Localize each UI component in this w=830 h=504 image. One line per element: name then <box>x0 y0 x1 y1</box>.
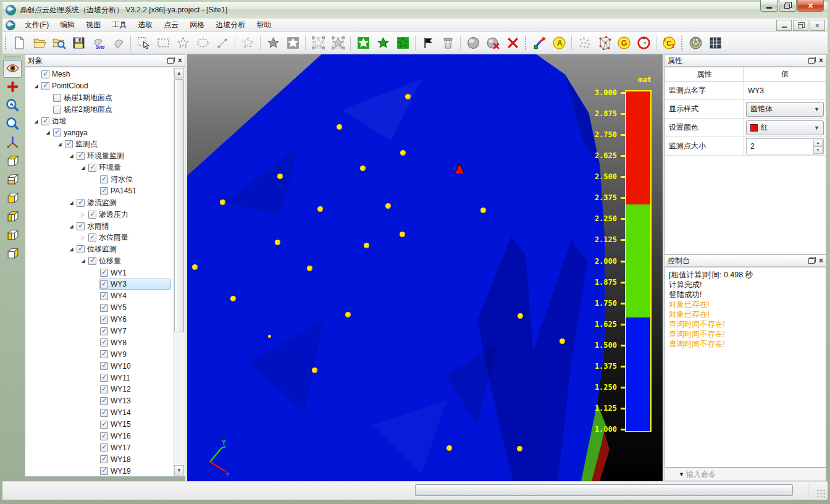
monitoring-point[interactable] <box>385 203 391 209</box>
checkbox[interactable] <box>100 467 108 475</box>
box-star-handles-2-button[interactable] <box>329 34 347 52</box>
tree-item-河水位[interactable]: 河水位 <box>25 174 173 185</box>
trash-button[interactable] <box>438 34 457 52</box>
circle-c2-button[interactable]: 1C2 <box>660 34 678 52</box>
tree-item-渗透压力[interactable]: ▷渗透压力 <box>25 209 173 220</box>
monitoring-point[interactable] <box>220 200 225 205</box>
selected-point-cone-marker[interactable] <box>453 161 466 176</box>
checkbox[interactable] <box>53 128 61 136</box>
checkbox[interactable] <box>41 117 49 125</box>
menu-mesh[interactable]: 网格 <box>184 18 210 32</box>
monitoring-point[interactable] <box>345 312 351 317</box>
cube-right-button[interactable] <box>3 245 22 263</box>
path-tool-button[interactable] <box>530 34 548 52</box>
tree-item-WY17[interactable]: WY17 <box>25 442 173 454</box>
point-name-value[interactable]: WY3 <box>746 86 764 95</box>
scroll-down-button[interactable]: ▼ <box>174 465 184 476</box>
monitoring-point[interactable] <box>518 313 523 319</box>
close-panel-icon[interactable]: × <box>178 57 182 64</box>
collapse-icon[interactable]: ◢ <box>55 141 64 147</box>
menu-file[interactable]: 文件(F) <box>19 18 54 32</box>
color-dropdown[interactable]: 红 ▼ <box>746 120 824 135</box>
mdi-restore-button[interactable] <box>793 20 808 31</box>
cube-bottom-button[interactable] <box>3 171 22 189</box>
tree-item-位移监测[interactable]: ◢位移监测 <box>25 243 173 255</box>
rect-select-button[interactable] <box>154 34 172 52</box>
title-bar[interactable]: 鼎创点云处理系统（边坡分析） V3.2.2 [x86]-ya.project -… <box>2 2 828 19</box>
collapse-icon[interactable]: ◢ <box>67 224 76 229</box>
checkbox[interactable] <box>100 175 108 183</box>
monitoring-point[interactable] <box>360 166 366 171</box>
save-button[interactable] <box>69 34 88 52</box>
resize-grip[interactable] <box>816 489 825 498</box>
monitoring-point[interactable] <box>364 243 369 248</box>
command-input-bar[interactable]: ▼ 输入命令 <box>664 468 826 481</box>
toolbar-grip[interactable] <box>524 35 527 51</box>
polygon-select-button[interactable] <box>174 34 192 52</box>
checkbox[interactable] <box>100 385 108 393</box>
tree-item-位移量[interactable]: ◢位移量 <box>25 255 173 267</box>
menu-slope-analysis[interactable]: 边坡分析 <box>210 18 251 32</box>
checkbox[interactable] <box>77 222 85 230</box>
zoom-button[interactable] <box>3 116 22 133</box>
cube-topleft-button[interactable] <box>3 208 22 226</box>
line-select-button[interactable] <box>213 34 232 52</box>
mesh-points-button[interactable] <box>595 34 613 52</box>
monitoring-point[interactable] <box>400 150 406 156</box>
monitoring-point[interactable] <box>446 445 452 451</box>
tree-item-WY9[interactable]: WY9 <box>25 348 173 360</box>
tree-item-yangya[interactable]: ◢yangya <box>25 127 173 138</box>
collapse-icon[interactable]: ◢ <box>67 153 76 159</box>
monitoring-point[interactable] <box>268 335 271 338</box>
expand-icon[interactable]: ▷ <box>78 235 88 240</box>
tree-item-WY16[interactable]: WY16 <box>25 430 173 442</box>
toolbar-grip[interactable] <box>4 35 7 51</box>
monitoring-point[interactable] <box>192 264 198 270</box>
geosphere-button[interactable] <box>686 34 705 52</box>
tree-item-环境量[interactable]: ◢环境量 <box>25 162 173 174</box>
float-panel-icon[interactable] <box>808 58 815 64</box>
menu-help[interactable]: 帮助 <box>251 18 277 32</box>
tree-item-杨崖1期地面点[interactable]: 杨崖1期地面点 <box>25 92 173 104</box>
circle-ring-red-button[interactable] <box>634 34 653 52</box>
monitoring-point[interactable] <box>405 94 411 99</box>
checkbox[interactable] <box>53 106 61 114</box>
checkbox[interactable] <box>100 338 108 346</box>
menu-select[interactable]: 选取 <box>132 18 158 32</box>
tree-item-WY15[interactable]: WY15 <box>25 419 173 430</box>
tree-item-WY18[interactable]: WY18 <box>25 453 173 465</box>
axis-3d-button[interactable] <box>3 134 22 152</box>
close-panel-icon[interactable]: × <box>819 258 823 264</box>
checkbox[interactable] <box>100 269 108 277</box>
delete-x-button[interactable] <box>503 34 522 52</box>
viewport-3d[interactable]: Y + mat 3.0002.8752.7502.6252.5002.3752.… <box>187 54 663 481</box>
checkbox[interactable] <box>100 292 108 300</box>
monitoring-point[interactable] <box>312 368 317 373</box>
spin-down-button[interactable]: ▼ <box>813 146 823 154</box>
sphere-button[interactable] <box>464 34 482 52</box>
tree-item-WY12[interactable]: WY12 <box>25 384 173 395</box>
monitoring-point[interactable] <box>275 240 280 245</box>
checkbox[interactable] <box>100 280 108 288</box>
grid-table-button[interactable] <box>706 34 724 52</box>
tree-item-监测点[interactable]: ◢监测点 <box>25 138 173 150</box>
checkbox[interactable] <box>100 374 108 382</box>
checkbox[interactable] <box>100 421 108 429</box>
checkbox[interactable] <box>88 211 96 219</box>
tree-item-WY19[interactable]: WY19 <box>25 465 173 477</box>
checkbox[interactable] <box>100 362 108 370</box>
points-scatter-button[interactable] <box>575 34 593 52</box>
cube-left-button[interactable] <box>3 227 22 245</box>
tree-item-WY6[interactable]: WY6 <box>25 314 173 326</box>
circle-a-button[interactable]: A <box>550 34 568 52</box>
cube-front-button[interactable] <box>3 190 22 208</box>
checkbox[interactable] <box>88 164 96 172</box>
collapse-icon[interactable]: ◢ <box>67 200 76 206</box>
close-panel-icon[interactable]: × <box>819 57 823 64</box>
star-box-green-button[interactable] <box>354 34 372 52</box>
tree-item-WY1[interactable]: WY1 <box>25 267 173 279</box>
open-search-button[interactable] <box>49 34 68 52</box>
box-star-handles-1-button[interactable] <box>309 34 327 52</box>
tree-item-WY13[interactable]: WY13 <box>25 395 173 407</box>
monitoring-point[interactable] <box>480 208 486 213</box>
